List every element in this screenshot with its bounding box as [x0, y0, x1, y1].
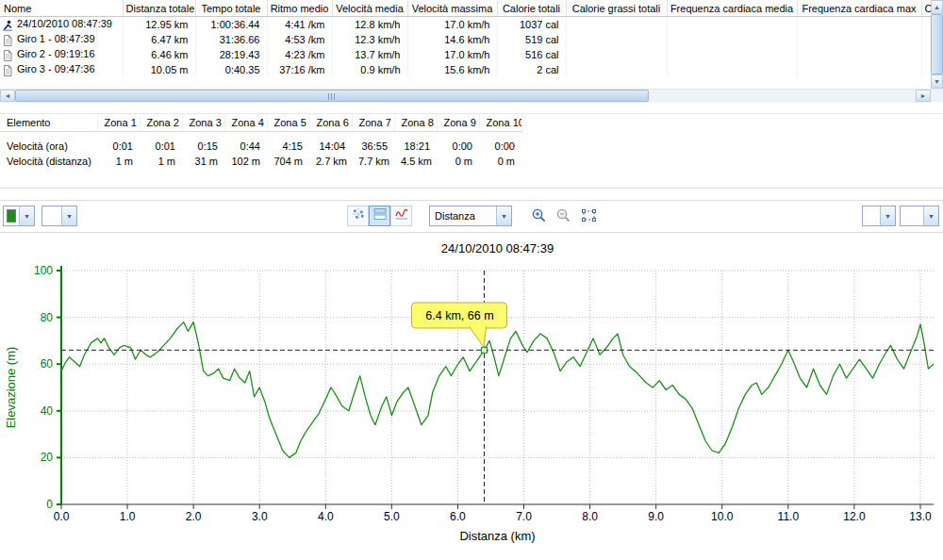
activity-cell: 17.0 km/h — [407, 47, 497, 62]
x-axis-value: Distanza — [430, 206, 496, 225]
chevron-down-icon: ▼ — [19, 206, 34, 225]
activity-column-header[interactable]: Frequenza cardiaca max — [797, 0, 921, 17]
zone-column-header[interactable]: Zona 9 — [437, 114, 479, 132]
activity-row[interactable]: Giro 1 - 08:47:396.47 km31:36.664:53 /km… — [0, 32, 931, 47]
zone-column-header[interactable]: Zona 10 — [479, 114, 521, 132]
activity-column-header[interactable]: Calorie totali — [497, 0, 566, 17]
chart-mode-bands-button[interactable] — [369, 206, 390, 226]
activity-column-header[interactable]: Frequenza cardiaca media — [667, 0, 797, 17]
activity-name-cell: Giro 3 - 09:47:36 — [0, 62, 123, 77]
activity-column-header[interactable]: Velocità massima — [407, 0, 497, 17]
series-color-select[interactable]: ▼ — [3, 206, 35, 226]
zoom-out-button[interactable] — [553, 206, 574, 228]
zoom-out-icon — [555, 207, 571, 227]
secondary-series-value — [42, 206, 61, 225]
scroll-down-button[interactable]: ▼ — [931, 74, 943, 89]
scroll-right-button[interactable]: ► — [916, 90, 931, 102]
secondary-series-select[interactable]: ▼ — [41, 206, 77, 226]
chevron-down-icon: ▼ — [496, 206, 511, 225]
zone-column-header[interactable]: Zona 6 — [309, 114, 352, 132]
activity-cell — [566, 47, 667, 62]
x-tick-label: 3.0 — [252, 510, 268, 523]
zone-cell: 0:00 — [437, 132, 479, 155]
activity-column-header[interactable]: C... — [921, 0, 931, 17]
y-tick-label: 40 — [41, 404, 54, 418]
activity-column-header[interactable]: Velocità media — [332, 0, 407, 17]
activity-cell: 17.0 km/h — [407, 17, 497, 33]
scroll-down-icon: ▼ — [934, 78, 940, 85]
zone-cell: 0:44 — [224, 132, 267, 155]
activity-cell: 28:19.43 — [195, 47, 267, 62]
table-vertical-scrollbar[interactable]: ▲ ▼ — [931, 0, 943, 89]
scroll-up-icon: ▲ — [934, 4, 940, 10]
right-option-value-2 — [901, 206, 923, 225]
cursor-marker[interactable] — [481, 347, 487, 353]
zone-cell: 14:04 — [309, 132, 352, 155]
zone-table-section: ElementoZona 1Zona 2Zona 3Zona 4Zona 5Zo… — [0, 113, 943, 189]
lap-icon — [2, 65, 15, 76]
activity-column-header[interactable]: Nome — [0, 0, 123, 17]
activity-name-cell: Giro 1 - 08:47:39 — [0, 32, 123, 47]
scroll-left-button[interactable]: ◄ — [0, 90, 15, 102]
zone-column-header[interactable]: Zona 5 — [267, 114, 309, 132]
activity-name: Giro 3 - 09:47:36 — [17, 63, 95, 74]
activity-cell — [566, 32, 667, 47]
zone-column-header[interactable]: Zona 8 — [394, 114, 437, 132]
activity-cell: 15.6 km/h — [407, 62, 497, 77]
elevation-chart-panel: 24/10/2010 08:47:390204060801000.01.02.0… — [0, 236, 943, 560]
activity-row[interactable]: Giro 2 - 09:19:166.46 km28:19.434:23 /km… — [0, 47, 931, 62]
activity-cell: 4:41 /km — [267, 17, 332, 33]
y-tick-label: 100 — [34, 264, 53, 277]
activity-name: Giro 1 - 08:47:39 — [17, 33, 95, 44]
activity-cell — [921, 62, 931, 77]
elevation-chart[interactable]: 24/10/2010 08:47:390204060801000.01.02.0… — [0, 236, 943, 560]
activity-cell: 4:53 /km — [267, 32, 332, 47]
activity-name: 24/10/2010 08:47:39 — [17, 18, 112, 29]
zone-column-header[interactable]: Zona 4 — [224, 114, 267, 132]
vertical-scroll-thumb[interactable] — [931, 14, 943, 74]
activity-cell: 519 cal — [497, 32, 566, 47]
activity-cell: 516 cal — [497, 47, 566, 62]
x-tick-label: 5.0 — [384, 510, 400, 523]
zone-element-header[interactable]: Elemento — [0, 114, 97, 132]
activity-column-header[interactable]: Distanza totale — [123, 0, 195, 17]
zone-column-header[interactable]: Zona 3 — [182, 114, 224, 132]
activity-cell: 37:16 /km — [267, 62, 332, 77]
zoom-fit-button[interactable] — [578, 206, 600, 228]
zone-row[interactable]: Velocità (ora)0:010:010:150:444:1514:043… — [0, 132, 521, 155]
zone-cell: 2.7 km — [309, 154, 352, 169]
chart-mode-markers-button[interactable] — [347, 206, 369, 226]
line-mode-icon — [394, 206, 409, 225]
activity-cell — [566, 62, 667, 77]
zone-cell: 4:15 — [267, 132, 309, 155]
x-tick-label: 0.0 — [54, 510, 70, 523]
scroll-up-button[interactable]: ▲ — [931, 0, 943, 14]
zoom-in-button[interactable] — [528, 206, 550, 228]
chart-mode-line-button[interactable] — [390, 206, 412, 226]
activity-cell — [566, 17, 667, 33]
activity-cell: 4:23 /km — [267, 47, 332, 62]
zone-row-label: Velocità (ora) — [0, 132, 97, 155]
activity-row[interactable]: 24/10/2010 08:47:3912.95 km1:00:36.444:4… — [0, 17, 931, 33]
x-axis-select[interactable]: Distanza ▼ — [429, 206, 512, 226]
activity-cell — [667, 47, 797, 62]
chart-title: 24/10/2010 08:47:39 — [441, 241, 554, 255]
right-option-select-1[interactable]: ▼ — [862, 206, 896, 226]
horizontal-scroll-thumb[interactable] — [15, 90, 649, 102]
table-horizontal-scrollbar[interactable]: ◄ ► — [0, 89, 931, 103]
activity-column-header[interactable]: Tempo totale — [195, 0, 267, 17]
activity-cell: 1037 cal — [497, 17, 566, 33]
zone-row[interactable]: Velocità (distanza)1 m1 m31 m102 m704 m2… — [0, 154, 521, 169]
activity-column-header[interactable]: Calorie grassi totali — [566, 0, 667, 17]
zone-column-header[interactable]: Zona 7 — [352, 114, 394, 132]
x-tick-label: 1.0 — [120, 510, 136, 523]
activity-name: Giro 2 - 09:19:16 — [17, 48, 95, 59]
right-option-value-1 — [863, 206, 880, 225]
zone-column-header[interactable]: Zona 1 — [97, 114, 140, 132]
x-tick-label: 6.0 — [450, 510, 466, 523]
activity-cell — [667, 17, 797, 33]
activity-column-header[interactable]: Ritmo medio — [267, 0, 332, 17]
zone-column-header[interactable]: Zona 2 — [140, 114, 182, 132]
right-option-select-2[interactable]: ▼ — [900, 206, 939, 226]
activity-row[interactable]: Giro 3 - 09:47:3610.05 m0:40.3537:16 /km… — [0, 62, 931, 77]
